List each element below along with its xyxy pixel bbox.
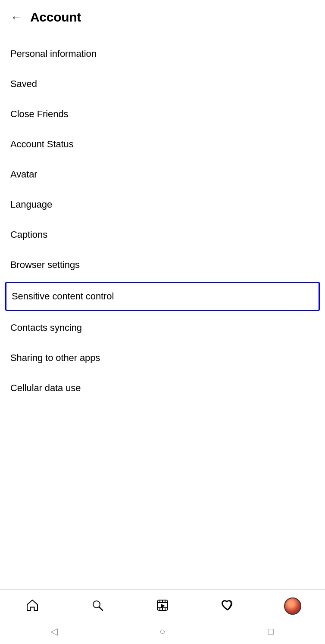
header: ← Account <box>0 0 325 34</box>
svg-marker-11 <box>161 604 165 608</box>
system-home-button[interactable]: ○ <box>108 626 216 637</box>
profile-avatar <box>284 597 301 615</box>
menu-item-label-personal-information: Personal information <box>10 48 97 59</box>
menu-item-close-friends[interactable]: Close Friends <box>0 99 325 129</box>
menu-item-sensitive-content-control[interactable]: Sensitive content control <box>5 282 320 311</box>
svg-rect-3 <box>157 602 168 603</box>
heart-icon <box>221 599 234 613</box>
nav-reels[interactable] <box>130 596 195 616</box>
system-home-icon: ○ <box>159 626 165 637</box>
menu-item-captions[interactable]: Captions <box>0 220 325 250</box>
nav-profile[interactable] <box>260 595 325 617</box>
nav-home[interactable] <box>0 596 65 616</box>
system-recents-button[interactable]: □ <box>217 626 325 637</box>
home-icon <box>26 599 39 613</box>
menu-item-label-avatar: Avatar <box>10 169 38 180</box>
nav-activity[interactable] <box>195 596 260 616</box>
svg-rect-10 <box>165 608 166 610</box>
svg-rect-8 <box>159 608 160 610</box>
menu-item-avatar[interactable]: Avatar <box>0 159 325 190</box>
svg-line-1 <box>99 607 103 610</box>
svg-rect-7 <box>165 600 166 602</box>
menu-item-browser-settings[interactable]: Browser settings <box>0 250 325 280</box>
system-back-icon: ◁ <box>50 626 58 637</box>
svg-rect-5 <box>159 600 160 602</box>
menu-item-contacts-syncing[interactable]: Contacts syncing <box>0 313 325 343</box>
menu-item-label-contacts-syncing: Contacts syncing <box>10 322 82 333</box>
menu-item-label-sensitive-content-control: Sensitive content control <box>12 291 114 302</box>
menu-list: Personal informationSavedClose FriendsAc… <box>0 34 325 589</box>
menu-item-label-language: Language <box>10 199 52 210</box>
reels-icon <box>156 599 169 613</box>
menu-item-label-cellular-data-use: Cellular data use <box>10 383 81 394</box>
back-arrow-icon: ← <box>11 12 22 23</box>
bottom-navigation <box>0 589 325 621</box>
system-navigation: ◁ ○ □ <box>0 621 325 644</box>
menu-item-label-captions: Captions <box>10 229 47 240</box>
menu-item-label-browser-settings: Browser settings <box>10 259 80 271</box>
menu-item-label-close-friends: Close Friends <box>10 109 68 120</box>
menu-item-account-status[interactable]: Account Status <box>0 129 325 159</box>
system-recents-icon: □ <box>268 626 274 637</box>
menu-item-label-sharing-to-other-apps: Sharing to other apps <box>10 352 100 364</box>
menu-item-personal-information[interactable]: Personal information <box>0 39 325 69</box>
menu-item-label-saved: Saved <box>10 78 37 90</box>
back-button[interactable]: ← <box>7 8 26 27</box>
svg-rect-6 <box>162 600 163 602</box>
menu-item-saved[interactable]: Saved <box>0 69 325 99</box>
page-title: Account <box>30 10 81 25</box>
menu-item-language[interactable]: Language <box>0 190 325 220</box>
system-back-button[interactable]: ◁ <box>0 626 108 637</box>
nav-search[interactable] <box>65 596 130 616</box>
svg-rect-4 <box>157 607 168 608</box>
svg-rect-9 <box>162 608 163 610</box>
menu-item-sharing-to-other-apps[interactable]: Sharing to other apps <box>0 343 325 373</box>
menu-item-cellular-data-use[interactable]: Cellular data use <box>0 373 325 403</box>
menu-item-label-account-status: Account Status <box>10 139 74 150</box>
search-icon <box>91 599 104 613</box>
